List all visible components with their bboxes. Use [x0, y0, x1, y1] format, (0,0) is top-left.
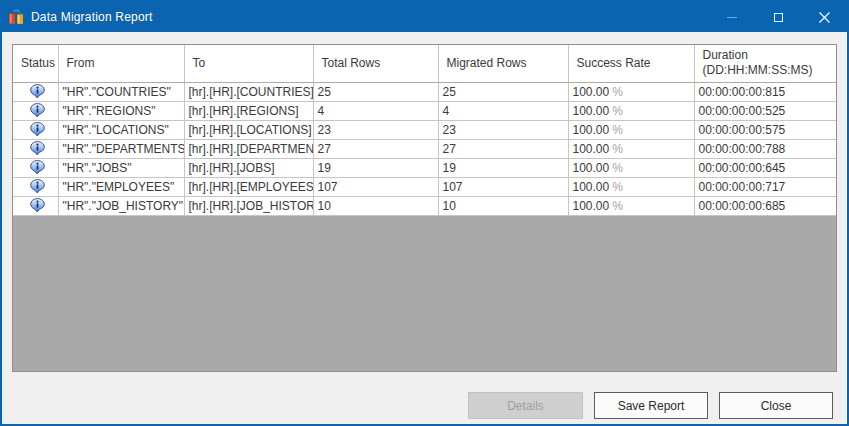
to-cell: [hr].[HR].[JOBS]	[184, 158, 313, 177]
duration-cell: 00:00:00:00:575	[694, 120, 836, 139]
save-report-button[interactable]: Save Report	[594, 392, 708, 419]
titlebar: Data Migration Report	[2, 2, 847, 32]
from-cell: "HR"."REGIONS"	[58, 101, 184, 120]
success-rate-cell: 100.00%	[568, 101, 694, 120]
migrated-rows-cell: 107	[438, 177, 568, 196]
migrated-rows-cell: 25	[438, 82, 568, 101]
status-cell	[13, 120, 58, 139]
duration-cell: 00:00:00:00:645	[694, 158, 836, 177]
from-cell: "HR"."DEPARTMENTS"	[58, 139, 184, 158]
column-header-to[interactable]: To	[184, 45, 313, 82]
maximize-button[interactable]	[755, 2, 801, 32]
table-row[interactable]: "HR"."EMPLOYEES" [hr].[HR].[EMPLOYEES] 1…	[13, 177, 836, 196]
to-cell: [hr].[HR].[DEPARTMENTS]	[184, 139, 313, 158]
status-cell	[13, 177, 58, 196]
table-row[interactable]: "HR"."JOB_HISTORY" [hr].[HR].[JOB_HISTOR…	[13, 196, 836, 215]
info-balloon-icon	[30, 141, 45, 155]
report-table: Status From To Total Rows Migrated Rows …	[13, 45, 836, 216]
total-rows-cell: 4	[313, 101, 438, 120]
column-header-total-rows[interactable]: Total Rows	[313, 45, 438, 82]
data-migration-report-window: Data Migration Report	[0, 0, 849, 426]
to-cell: [hr].[HR].[EMPLOYEES]	[184, 177, 313, 196]
duration-cell: 00:00:00:00:815	[694, 82, 836, 101]
success-rate-cell: 100.00%	[568, 120, 694, 139]
migrated-rows-cell: 10	[438, 196, 568, 215]
from-cell: "HR"."JOB_HISTORY"	[58, 196, 184, 215]
migrated-rows-cell: 23	[438, 120, 568, 139]
column-header-duration[interactable]: Duration (DD:HH:MM:SS:MS)	[694, 45, 836, 82]
from-cell: "HR"."COUNTRIES"	[58, 82, 184, 101]
info-balloon-icon	[30, 122, 45, 136]
report-table-body: "HR"."COUNTRIES" [hr].[HR].[COUNTRIES] 2…	[13, 82, 836, 215]
status-cell	[13, 158, 58, 177]
from-cell: "HR"."LOCATIONS"	[58, 120, 184, 139]
migrated-rows-cell: 4	[438, 101, 568, 120]
duration-cell: 00:00:00:00:685	[694, 196, 836, 215]
success-rate-cell: 100.00%	[568, 82, 694, 101]
success-rate-cell: 100.00%	[568, 196, 694, 215]
success-rate-cell: 100.00%	[568, 139, 694, 158]
success-rate-cell: 100.00%	[568, 177, 694, 196]
info-balloon-icon	[30, 198, 45, 212]
migration-report-grid: Status From To Total Rows Migrated Rows …	[12, 44, 837, 372]
to-cell: [hr].[HR].[COUNTRIES]	[184, 82, 313, 101]
status-cell	[13, 82, 58, 101]
maximize-icon	[774, 13, 783, 22]
duration-cell: 00:00:00:00:788	[694, 139, 836, 158]
info-balloon-icon	[30, 179, 45, 193]
footer-buttons: Details Save Report Close	[468, 392, 833, 419]
migrated-rows-cell: 19	[438, 158, 568, 177]
table-row[interactable]: "HR"."REGIONS" [hr].[HR].[REGIONS] 4 4 1…	[13, 101, 836, 120]
column-header-status[interactable]: Status	[13, 45, 58, 82]
table-row[interactable]: "HR"."COUNTRIES" [hr].[HR].[COUNTRIES] 2…	[13, 82, 836, 101]
status-cell	[13, 196, 58, 215]
client-area: Status From To Total Rows Migrated Rows …	[2, 32, 847, 424]
app-icon	[8, 9, 24, 25]
table-row[interactable]: "HR"."JOBS" [hr].[HR].[JOBS] 19 19 100.0…	[13, 158, 836, 177]
status-cell	[13, 139, 58, 158]
duration-cell: 00:00:00:00:717	[694, 177, 836, 196]
column-header-success-rate[interactable]: Success Rate	[568, 45, 694, 82]
total-rows-cell: 107	[313, 177, 438, 196]
to-cell: [hr].[HR].[JOB_HISTORY]	[184, 196, 313, 215]
window-controls	[709, 2, 847, 32]
minimize-button[interactable]	[709, 2, 755, 32]
from-cell: "HR"."EMPLOYEES"	[58, 177, 184, 196]
table-row[interactable]: "HR"."LOCATIONS" [hr].[HR].[LOCATIONS] 2…	[13, 120, 836, 139]
table-row[interactable]: "HR"."DEPARTMENTS" [hr].[HR].[DEPARTMENT…	[13, 139, 836, 158]
column-header-migrated-rows[interactable]: Migrated Rows	[438, 45, 568, 82]
header-row: Status From To Total Rows Migrated Rows …	[13, 45, 836, 82]
total-rows-cell: 10	[313, 196, 438, 215]
to-cell: [hr].[HR].[REGIONS]	[184, 101, 313, 120]
minimize-icon	[727, 17, 737, 18]
duration-cell: 00:00:00:00:525	[694, 101, 836, 120]
total-rows-cell: 23	[313, 120, 438, 139]
total-rows-cell: 27	[313, 139, 438, 158]
info-balloon-icon	[30, 160, 45, 174]
total-rows-cell: 19	[313, 158, 438, 177]
window-title: Data Migration Report	[31, 10, 153, 24]
info-balloon-icon	[30, 84, 45, 98]
close-window-button[interactable]	[801, 2, 847, 32]
migrated-rows-cell: 27	[438, 139, 568, 158]
total-rows-cell: 25	[313, 82, 438, 101]
column-header-from[interactable]: From	[58, 45, 184, 82]
success-rate-cell: 100.00%	[568, 158, 694, 177]
details-button[interactable]: Details	[468, 392, 583, 419]
from-cell: "HR"."JOBS"	[58, 158, 184, 177]
close-icon	[819, 12, 830, 23]
to-cell: [hr].[HR].[LOCATIONS]	[184, 120, 313, 139]
info-balloon-icon	[30, 103, 45, 117]
status-cell	[13, 101, 58, 120]
close-button[interactable]: Close	[719, 392, 833, 419]
